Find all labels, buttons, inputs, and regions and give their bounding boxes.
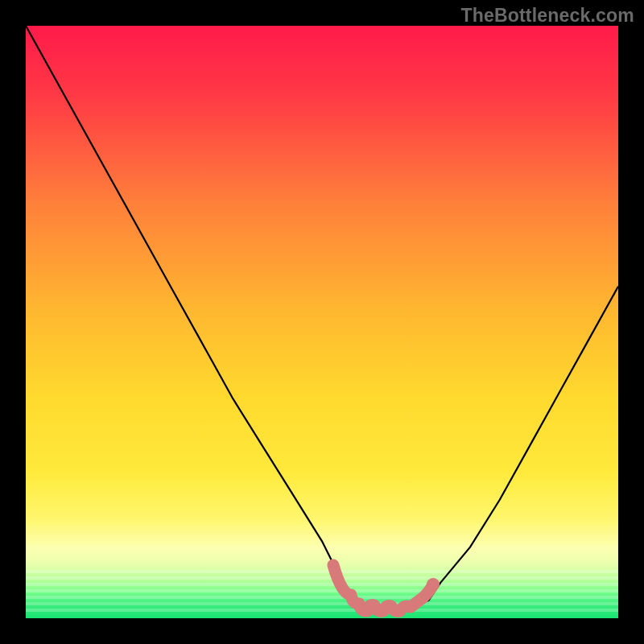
- watermark-text: TheBottleneck.com: [460, 5, 634, 27]
- chart-frame: TheBottleneck.com: [0, 0, 644, 644]
- optimal-zone-marker: [333, 565, 433, 611]
- bottleneck-curve: [26, 26, 618, 618]
- marker-point: [427, 578, 440, 591]
- plot-area: [26, 26, 618, 618]
- curve-path: [26, 26, 618, 613]
